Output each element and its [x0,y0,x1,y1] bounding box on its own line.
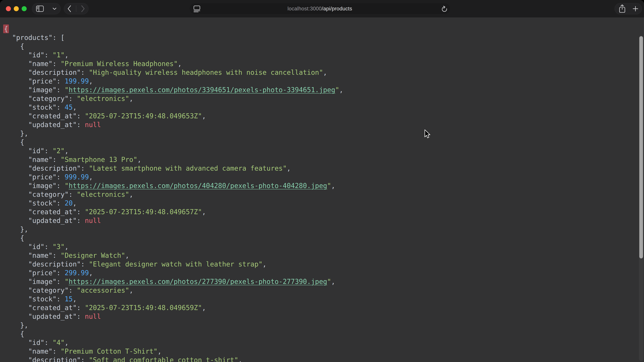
page-content: { "products": [ { "id": "1", "name": "Pr… [0,17,644,362]
back-icon [67,5,71,12]
image-link[interactable]: https://images.pexels.com/photos/277390/… [68,278,327,285]
browser-toolbar: localhost:3000/api/products [0,0,644,17]
close-button[interactable] [6,6,11,11]
new-tab-button[interactable] [633,3,638,14]
tab-group-menu-button[interactable] [52,3,56,14]
image-link[interactable]: https://images.pexels.com/photos/3394651… [68,86,335,94]
reload-icon [441,5,448,12]
minimize-button[interactable] [14,6,19,11]
url-host: localhost:3000 [288,6,322,11]
sidebar-controls [32,3,61,14]
chevron-down-icon [52,7,56,10]
page-format-button[interactable] [193,3,201,14]
forward-icon [81,5,85,12]
matched-brace-highlight: { [3,24,9,33]
url-path: /api/products [322,6,352,11]
toolbar-right-controls [614,3,642,14]
back-button[interactable] [67,3,71,14]
reload-button[interactable] [441,3,448,14]
share-icon [618,4,626,13]
image-link[interactable]: https://images.pexels.com/photos/404280/… [68,182,327,190]
navigation-controls [64,3,88,14]
page-format-icon [193,5,201,12]
forward-button[interactable] [81,3,85,14]
sidebar-toggle-button[interactable] [36,3,44,14]
plus-icon [633,6,638,11]
url-text: localhost:3000/api/products [288,6,352,12]
window-controls [6,6,27,11]
browser-window: localhost:3000/api/products [0,0,644,362]
zoom-button[interactable] [22,6,27,11]
address-bar[interactable]: localhost:3000/api/products [189,3,450,14]
scrollbar-thumb[interactable] [639,36,643,258]
json-body: { "products": [ { "id": "1", "name": "Pr… [0,17,644,362]
share-button[interactable] [618,3,626,14]
sidebar-icon [36,5,44,12]
nav-divider [76,5,76,12]
